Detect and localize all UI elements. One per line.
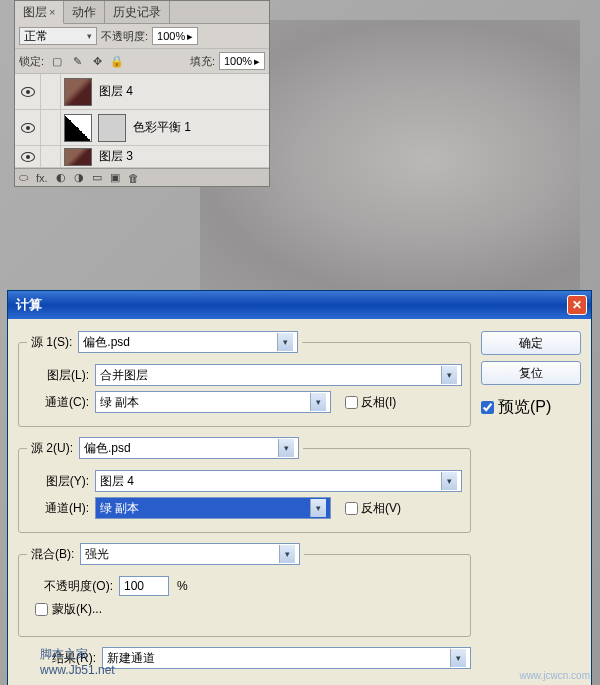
preview-checkbox[interactable]: 预览(P) (481, 397, 581, 418)
opacity-label: 不透明度: (101, 29, 148, 44)
pct-symbol: % (177, 579, 188, 593)
titlebar[interactable]: 计算 ✕ (8, 291, 591, 319)
chevron-down-icon: ▾ (441, 366, 457, 384)
layer-name: 色彩平衡 1 (133, 119, 191, 136)
opacity-input[interactable] (119, 576, 169, 596)
source1-invert-checkbox[interactable]: 反相(I) (345, 394, 396, 411)
fill-field[interactable]: 100%▸ (219, 52, 265, 70)
mask-checkbox[interactable]: 蒙版(K)... (35, 601, 462, 618)
eye-icon[interactable] (21, 152, 35, 162)
source2-invert-checkbox[interactable]: 反相(V) (345, 500, 401, 517)
lock-all-icon[interactable]: 🔒 (110, 54, 124, 68)
layer-list: 图层 4 色彩平衡 1 图层 3 (15, 74, 269, 168)
chevron-down-icon: ▾ (441, 472, 457, 490)
ok-button[interactable]: 确定 (481, 331, 581, 355)
opacity-label: 不透明度(O): (23, 578, 113, 595)
source1-channel-select[interactable]: 绿 副本▾ (95, 391, 331, 413)
chevron-down-icon: ▾ (277, 333, 293, 351)
chevron-down-icon: ▾ (87, 31, 92, 41)
layer-thumbnail[interactable] (64, 114, 92, 142)
watermark: www.jcwcn.com (519, 670, 590, 681)
panel-tabs: 图层× 动作 历史记录 (15, 1, 269, 24)
source1-group: 源 1(S): 偏色.psd▾ 图层(L): 合并图层▾ 通道(C): 绿 副本… (18, 331, 471, 427)
blend-mode-select[interactable]: 强光▾ (80, 543, 300, 565)
lock-label: 锁定: (19, 54, 44, 69)
source2-label: 源 2(U): (31, 440, 73, 457)
form-column: 源 1(S): 偏色.psd▾ 图层(L): 合并图层▾ 通道(C): 绿 副本… (18, 331, 471, 674)
layer-mask-thumbnail[interactable] (98, 114, 126, 142)
layer-row[interactable]: 图层 3 (15, 146, 269, 168)
panel-footer: ⬭ fx. ◐ ◑ ▭ ▣ 🗑 (15, 168, 269, 186)
link-icon[interactable]: ⬭ (19, 171, 28, 184)
layer-name: 图层 3 (99, 148, 133, 165)
source2-layer-label: 图层(Y): (27, 473, 89, 490)
calculations-dialog: 计算 ✕ 源 1(S): 偏色.psd▾ 图层(L): 合并图层▾ 通道(C):… (7, 290, 592, 685)
layer-thumbnail[interactable] (64, 148, 92, 166)
fx-icon[interactable]: fx. (36, 172, 48, 184)
reset-button[interactable]: 复位 (481, 361, 581, 385)
button-column: 确定 复位 预览(P) (481, 331, 581, 674)
lock-transparency-icon[interactable]: ▢ (50, 54, 64, 68)
opacity-field[interactable]: 100%▸ (152, 27, 198, 45)
source2-channel-label: 通道(H): (27, 500, 89, 517)
footer-site: 脚本之家 www.Jb51.net (40, 646, 115, 677)
fill-label: 填充: (190, 54, 215, 69)
source2-group: 源 2(U): 偏色.psd▾ 图层(Y): 图层 4▾ 通道(H): 绿 副本… (18, 437, 471, 533)
source2-channel-select[interactable]: 绿 副本▾ (95, 497, 331, 519)
source2-file-select[interactable]: 偏色.psd▾ (79, 437, 299, 459)
layer-row[interactable]: 图层 4 (15, 74, 269, 110)
adjustment-icon[interactable]: ◑ (74, 171, 84, 184)
eye-icon[interactable] (21, 123, 35, 133)
chevron-down-icon: ▾ (310, 393, 326, 411)
source2-layer-select[interactable]: 图层 4▾ (95, 470, 462, 492)
layer-row[interactable]: 色彩平衡 1 (15, 110, 269, 146)
eye-icon[interactable] (21, 87, 35, 97)
close-button[interactable]: ✕ (567, 295, 587, 315)
new-layer-icon[interactable]: ▣ (110, 171, 120, 184)
source1-layer-label: 图层(L): (27, 367, 89, 384)
chevron-down-icon: ▾ (278, 439, 294, 457)
mask-icon[interactable]: ◐ (56, 171, 66, 184)
chevron-down-icon: ▾ (279, 545, 295, 563)
source1-label: 源 1(S): (31, 334, 72, 351)
tab-layers[interactable]: 图层× (15, 1, 64, 24)
lock-row: 锁定: ▢ ✎ ✥ 🔒 填充: 100%▸ (15, 49, 269, 74)
chevron-down-icon: ▾ (310, 499, 326, 517)
layer-thumbnail[interactable] (64, 78, 92, 106)
source1-layer-select[interactable]: 合并图层▾ (95, 364, 462, 386)
layer-name: 图层 4 (99, 83, 133, 100)
trash-icon[interactable]: 🗑 (128, 172, 139, 184)
layers-panel: 图层× 动作 历史记录 正常▾ 不透明度: 100%▸ 锁定: ▢ ✎ ✥ 🔒 … (14, 0, 270, 187)
blend-group: 混合(B): 强光▾ 不透明度(O): % 蒙版(K)... (18, 543, 471, 637)
dialog-title: 计算 (16, 296, 567, 314)
blend-label: 混合(B): (31, 546, 74, 563)
tab-history[interactable]: 历史记录 (105, 1, 170, 23)
chevron-down-icon: ▾ (450, 649, 466, 667)
tab-actions[interactable]: 动作 (64, 1, 105, 23)
lock-position-icon[interactable]: ✥ (90, 54, 104, 68)
blend-mode-select[interactable]: 正常▾ (19, 27, 97, 45)
close-icon[interactable]: × (49, 6, 55, 18)
result-select[interactable]: 新建通道▾ (102, 647, 471, 669)
source1-channel-label: 通道(C): (27, 394, 89, 411)
lock-paint-icon[interactable]: ✎ (70, 54, 84, 68)
source1-file-select[interactable]: 偏色.psd▾ (78, 331, 298, 353)
blend-row: 正常▾ 不透明度: 100%▸ (15, 24, 269, 49)
folder-icon[interactable]: ▭ (92, 171, 102, 184)
